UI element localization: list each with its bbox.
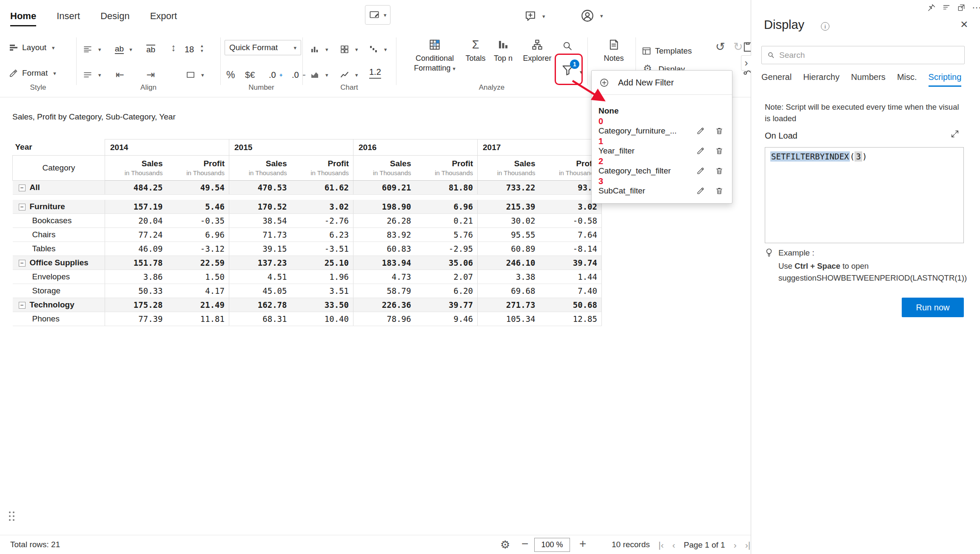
zoom-button[interactable]	[561, 40, 573, 54]
panel-tab-scripting[interactable]: Scripting	[929, 72, 962, 87]
clipped-toolbar-icon[interactable]	[742, 41, 751, 54]
tab-design[interactable]: Design	[100, 11, 129, 26]
delete-icon[interactable]	[715, 127, 724, 135]
account-button[interactable]: ▾	[580, 6, 603, 26]
undo-button[interactable]: ↺	[715, 40, 725, 54]
delete-icon[interactable]	[715, 187, 724, 195]
next-page-icon[interactable]: ›	[734, 540, 737, 550]
script-editor[interactable]: SETFILTERBYINDEX(3)	[765, 147, 964, 243]
decrease-decimals-button[interactable]: .0−	[292, 66, 305, 83]
year-header: 2015	[229, 139, 353, 156]
area-chart-button[interactable]: ▾	[310, 66, 328, 83]
group-separator	[396, 37, 396, 85]
table-row[interactable]: Storage50.334.1745.053.5158.796.2069.687…	[13, 284, 602, 298]
panel-tab-numbers[interactable]: Numbers	[851, 72, 886, 87]
align-lines-icon	[83, 44, 93, 54]
table-row[interactable]: Chairs77.246.9671.736.2383.925.7695.557.…	[13, 228, 602, 242]
table-row[interactable]: Tables46.09-3.1239.15-3.5160.83-2.9560.8…	[13, 242, 602, 256]
value-cell: 58.79	[353, 284, 416, 298]
overline-style-button[interactable]: ab	[146, 41, 155, 58]
underline-style-button[interactable]: ab ▾	[115, 41, 132, 58]
row-label-cell: Bookcases	[13, 214, 105, 228]
pin-icon[interactable]	[927, 3, 936, 12]
panel-tab-general[interactable]: General	[761, 72, 792, 87]
settings-gear-icon[interactable]: ⚙	[500, 538, 510, 551]
panel-collapse-button[interactable]: ›	[741, 55, 751, 71]
matrix-chart-button[interactable]: ▾	[339, 41, 358, 58]
table-row[interactable]: −Furniture157.195.46170.523.02198.906.96…	[13, 200, 602, 214]
conditional-formatting-button[interactable]: Conditional Formatting▾	[403, 38, 466, 74]
vertical-align-button[interactable]: ▾	[83, 66, 101, 83]
search-input[interactable]	[779, 51, 959, 60]
decimal-places-button[interactable]: 1.2	[369, 67, 381, 79]
layout-button[interactable]: Layout ▾	[9, 39, 55, 56]
first-page-icon[interactable]: |‹	[658, 540, 664, 550]
filter-item[interactable]: Year_filter	[592, 146, 733, 156]
totals-button[interactable]: Σ Totals	[463, 38, 488, 63]
notes-button[interactable]: Notes	[599, 38, 629, 63]
column-chart-button[interactable]: ▾	[310, 41, 328, 58]
delete-icon[interactable]	[715, 167, 724, 175]
collapse-toggle-icon[interactable]: −	[19, 260, 26, 267]
zoom-level-input[interactable]: 100 %	[534, 538, 570, 552]
close-icon[interactable]: ×	[960, 18, 968, 31]
filter-item[interactable]: Category_furniture_...	[592, 126, 733, 136]
edit-icon[interactable]	[696, 127, 705, 135]
zoom-in-button[interactable]: +	[579, 537, 586, 551]
step-down-icon[interactable]: ▾	[201, 48, 203, 53]
collapse-toggle-icon[interactable]: −	[19, 204, 26, 210]
popout-icon[interactable]	[957, 3, 966, 12]
row-dim-label: Year	[13, 139, 105, 156]
last-page-icon[interactable]: ›|	[745, 540, 750, 550]
table-row[interactable]: Phones77.3911.8168.3110.4078.969.46105.3…	[13, 312, 602, 326]
step-up-icon[interactable]: ▴	[201, 43, 203, 48]
panel-tab-hierarchy[interactable]: Hierarchy	[803, 72, 840, 87]
font-size-stepper[interactable]: ▴ ▾	[201, 43, 203, 53]
more-options-icon[interactable]: ⋯	[972, 4, 980, 11]
prev-page-icon[interactable]: ‹	[672, 540, 675, 550]
info-icon[interactable]: i	[821, 22, 829, 31]
edit-icon[interactable]	[696, 147, 705, 155]
increase-decimals-button[interactable]: .0+	[269, 66, 282, 83]
table-row[interactable]: Bookcases20.04-0.3538.54-2.7626.280.2130…	[13, 214, 602, 228]
table-row[interactable]: −Office Supplies151.7822.59137.2325.1018…	[13, 256, 602, 270]
delete-icon[interactable]	[715, 147, 724, 155]
tab-insert[interactable]: Insert	[57, 11, 80, 26]
collapse-toggle-icon[interactable]: −	[19, 185, 26, 191]
edit-mode-toggle[interactable]: ▾	[365, 5, 390, 25]
currency-format-button[interactable]: $€	[245, 66, 255, 83]
tab-export[interactable]: Export	[150, 11, 177, 26]
collapse-toggle-icon[interactable]: −	[19, 302, 26, 309]
edit-icon[interactable]	[696, 167, 705, 175]
templates-button[interactable]: Templates	[641, 43, 692, 60]
expand-icon[interactable]	[950, 129, 960, 140]
value-cell: 1.50	[167, 270, 229, 284]
font-size-value[interactable]: 18	[185, 41, 194, 58]
tab-home[interactable]: Home	[10, 11, 36, 26]
borders-button[interactable]: ▾	[185, 66, 204, 83]
decrease-indent-button[interactable]: ⇤	[116, 66, 124, 83]
quick-format-dropdown[interactable]: Quick Format ▾	[225, 40, 301, 55]
drag-handle[interactable]	[6, 510, 18, 522]
text-align-button[interactable]: ▾	[83, 41, 101, 58]
value-cell: 162.78	[229, 298, 291, 312]
zoom-out-button[interactable]: −	[521, 537, 528, 551]
filter-list-icon[interactable]	[942, 3, 951, 12]
increase-indent-button[interactable]: ⇥	[146, 66, 155, 83]
table-row[interactable]: −All484.2549.54470.5361.62609.2181.80733…	[13, 181, 602, 195]
run-now-button[interactable]: Run now	[902, 298, 964, 317]
table-row[interactable]: −Technology175.2821.49162.7833.50226.363…	[13, 298, 602, 312]
explorer-button[interactable]: Explorer	[518, 38, 556, 63]
edit-icon[interactable]	[696, 187, 705, 195]
plus-icon: +	[279, 72, 283, 78]
comments-button[interactable]: ▾	[524, 7, 545, 26]
filter-item[interactable]: SubCat_filter	[592, 186, 733, 196]
waterfall-chart-button[interactable]: ▾	[368, 41, 387, 58]
top-n-button[interactable]: Top n	[490, 38, 516, 63]
table-row[interactable]: Envelopes3.861.504.511.964.732.073.381.4…	[13, 270, 602, 284]
line-chart-button[interactable]: ▾	[339, 66, 358, 83]
format-button[interactable]: Format ▾	[9, 65, 56, 82]
panel-tab-misc[interactable]: Misc.	[897, 72, 917, 87]
filter-item[interactable]: Category_tech_filter	[592, 166, 733, 176]
percent-format-button[interactable]: %	[226, 66, 235, 83]
